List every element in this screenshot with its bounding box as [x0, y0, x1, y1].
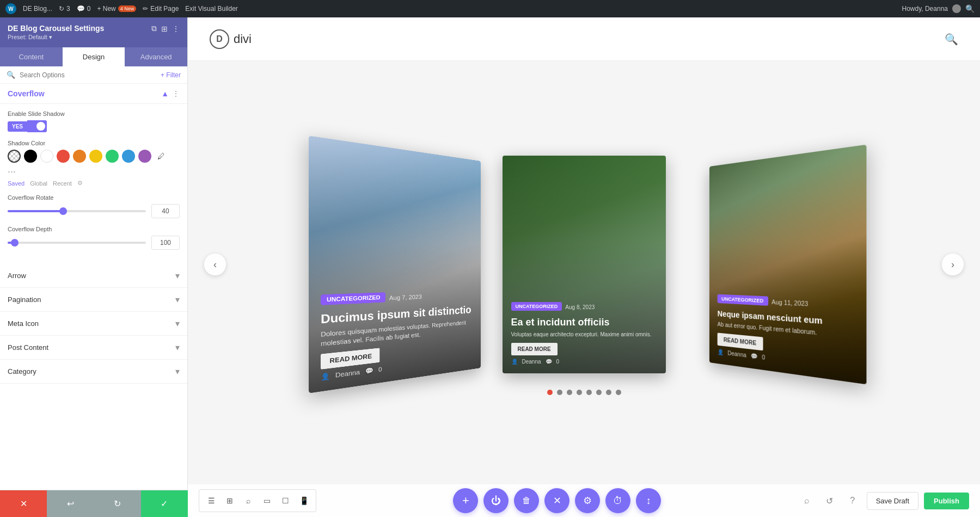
- site-name[interactable]: DE Blog...: [23, 5, 52, 13]
- swatch-blue[interactable]: [122, 150, 135, 163]
- wp-logo[interactable]: W: [5, 3, 16, 14]
- pagination-section-header[interactable]: Pagination ▾: [0, 288, 187, 311]
- read-more-left[interactable]: READ MORE: [321, 348, 379, 370]
- rotate-slider-thumb[interactable]: [59, 207, 67, 215]
- wp-admin-bar: W DE Blog... ↻ 3 💬 0 + New 4 New ✏ Edit …: [0, 0, 980, 17]
- toolbar-visual-history-icon[interactable]: ↺: [821, 492, 838, 509]
- card-content-left: UNCATEGORIZED Aug 7, 2023 Ducimus ipsum …: [308, 280, 480, 393]
- pagination-dot-4[interactable]: [577, 390, 582, 395]
- toolbar-grid-icon[interactable]: ⊞: [221, 492, 238, 509]
- tab-advanced[interactable]: Advanced: [125, 47, 187, 66]
- save-draft-button[interactable]: Save Draft: [867, 492, 918, 510]
- post-content-section-header[interactable]: Post Content ▾: [0, 336, 187, 359]
- card-content-right: UNCATEGORIZED Aug 11, 2023 Neque ipsam n…: [709, 285, 866, 385]
- new-item[interactable]: + New 4 New: [97, 5, 136, 13]
- fab-add-button[interactable]: +: [453, 488, 478, 513]
- toolbar-help-icon[interactable]: ?: [844, 492, 861, 509]
- toolbar-tablet-icon[interactable]: ☐: [277, 492, 294, 509]
- fab-power-button[interactable]: ⏻: [483, 488, 509, 513]
- wp-search-icon[interactable]: 🔍: [965, 4, 975, 13]
- refresh-item[interactable]: ↻ 3: [59, 5, 70, 13]
- pagination-dot-5[interactable]: [586, 390, 592, 395]
- fab-delete-button[interactable]: 🗑: [514, 488, 539, 513]
- section-collapse-icon[interactable]: ▲: [161, 89, 169, 98]
- publish-button[interactable]: Publish: [924, 493, 969, 509]
- global-link[interactable]: Global: [30, 180, 47, 187]
- slide-right: UNCATEGORIZED Aug 11, 2023 Neque ipsam n…: [709, 145, 866, 385]
- comments-item[interactable]: 💬 0: [77, 5, 91, 13]
- divi-nav-search-icon[interactable]: 🔍: [945, 33, 958, 46]
- howdy-text: Howdy, Deanna: [902, 5, 948, 13]
- depth-slider-thumb[interactable]: [11, 239, 19, 247]
- rotate-slider-track[interactable]: [8, 210, 146, 212]
- pagination-dot-1[interactable]: [547, 390, 553, 395]
- section-more-icon[interactable]: ⋮: [172, 89, 180, 98]
- swatch-black[interactable]: [24, 150, 37, 163]
- panel-menu-icon[interactable]: ⋮: [172, 24, 180, 33]
- fab-close-button[interactable]: ✕: [544, 488, 569, 513]
- toolbar-desktop-icon[interactable]: ▭: [258, 492, 275, 509]
- carousel-area: ‹ UNCATEGORIZED Aug 7, 2023 Ducimu: [188, 61, 980, 484]
- card-excerpt-center: Voluptas eaque architecto excepturi. Max…: [511, 331, 657, 338]
- category-section-header[interactable]: Category ▾: [0, 360, 187, 383]
- pagination-dot-8[interactable]: [616, 390, 621, 395]
- swatches-more-icon[interactable]: ···: [8, 166, 180, 177]
- panel-undo-button[interactable]: ↩: [47, 490, 94, 517]
- panel-copy-icon[interactable]: ⧉: [151, 24, 157, 33]
- rotate-slider-value[interactable]: 40: [151, 204, 180, 218]
- read-more-right[interactable]: READ MORE: [717, 333, 763, 350]
- search-input[interactable]: [20, 71, 156, 79]
- toolbar-history-search-icon[interactable]: ⌕: [798, 492, 816, 509]
- post-content-section-title: Post Content: [8, 343, 48, 352]
- toolbar-menu-icon[interactable]: ☰: [203, 492, 220, 509]
- panel-columns-icon[interactable]: ⊞: [161, 24, 168, 33]
- fab-settings-button[interactable]: ⚙: [575, 488, 600, 513]
- swatch-yellow[interactable]: [89, 150, 102, 163]
- panel-tabs: Content Design Advanced: [0, 47, 187, 66]
- pagination-dot-7[interactable]: [606, 390, 611, 395]
- exit-builder-item[interactable]: Exit Visual Builder: [185, 5, 238, 13]
- swatch-orange[interactable]: [73, 150, 86, 163]
- swatch-purple[interactable]: [138, 150, 151, 163]
- pagination-section: Pagination ▾: [0, 288, 187, 312]
- edit-page-item[interactable]: ✏ Edit Page: [143, 5, 179, 13]
- panel-redo-button[interactable]: ↻: [94, 490, 141, 517]
- saved-link[interactable]: Saved: [8, 180, 24, 187]
- meta-icon-section-header[interactable]: Meta Icon ▾: [0, 312, 187, 335]
- depth-slider-value[interactable]: 100: [151, 236, 180, 250]
- coverflow-section-header[interactable]: Coverflow ▲ ⋮: [0, 84, 187, 104]
- toolbar-search-icon[interactable]: ⌕: [240, 492, 257, 509]
- color-settings-icon[interactable]: ⚙: [77, 180, 83, 187]
- depth-slider-track[interactable]: [8, 242, 146, 244]
- swatch-white[interactable]: [40, 150, 53, 163]
- fab-timer-button[interactable]: ⏱: [605, 488, 630, 513]
- pagination-dot-2[interactable]: [557, 390, 562, 395]
- carousel-next-arrow[interactable]: ›: [942, 254, 964, 275]
- panel-confirm-button[interactable]: ✓: [141, 490, 188, 517]
- shadow-toggle[interactable]: [27, 120, 47, 132]
- carousel-prev-arrow[interactable]: ‹: [204, 254, 226, 275]
- swatch-green[interactable]: [106, 150, 119, 163]
- arrow-section-header[interactable]: Arrow ▾: [0, 264, 187, 287]
- panel-bottom-buttons: ✕ ↩ ↻ ✓: [0, 490, 188, 517]
- recent-link[interactable]: Recent: [53, 180, 72, 187]
- tab-content[interactable]: Content: [0, 47, 63, 66]
- swatch-checker[interactable]: [8, 150, 21, 163]
- toolbar-mobile-icon[interactable]: 📱: [295, 492, 313, 509]
- color-dropper-icon[interactable]: 🖊: [155, 150, 168, 163]
- swatch-red[interactable]: [57, 150, 70, 163]
- search-bar: 🔍 + Filter: [0, 66, 187, 84]
- tab-design[interactable]: Design: [63, 47, 125, 66]
- panel-header-icons: ⧉ ⊞ ⋮: [151, 24, 180, 33]
- panel-cancel-button[interactable]: ✕: [0, 490, 47, 517]
- read-more-center[interactable]: READ MORE: [511, 343, 558, 355]
- comment-icon-right: 💬: [750, 353, 757, 360]
- coverflow-depth-label: Coverflow Depth: [8, 226, 180, 232]
- shadow-toggle-row: YES: [8, 120, 180, 132]
- pagination-dot-6[interactable]: [596, 390, 602, 395]
- pagination-dot-3[interactable]: [567, 390, 572, 395]
- filter-button[interactable]: + Filter: [161, 71, 181, 79]
- author-center: Deanna: [522, 359, 541, 365]
- fab-sort-button[interactable]: ↕: [636, 488, 661, 513]
- panel-preset[interactable]: Preset: Default ▾: [8, 34, 104, 41]
